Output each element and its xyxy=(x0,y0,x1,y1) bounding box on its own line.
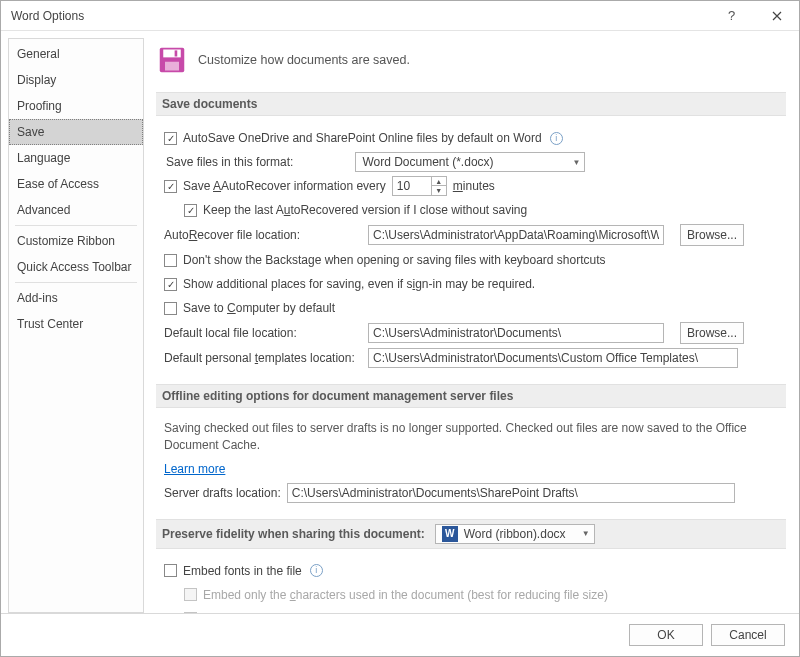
server-drafts-input[interactable] xyxy=(287,483,735,503)
titlebar: Word Options ? xyxy=(1,1,799,31)
section-preserve-title: Preserve fidelity when sharing this docu… xyxy=(156,519,786,549)
autorecover-browse-button[interactable]: Browse... xyxy=(680,224,744,246)
sidebar-item-display[interactable]: Display xyxy=(9,67,143,93)
save-format-dropdown[interactable]: Word Document (*.docx) ▼ xyxy=(355,152,585,172)
embed-fonts-checkbox[interactable] xyxy=(164,564,177,577)
default-local-browse-button[interactable]: Browse... xyxy=(680,322,744,344)
embed-only-chars-checkbox xyxy=(184,588,197,601)
help-button[interactable]: ? xyxy=(709,1,754,30)
embed-only-chars-label: Embed only the characters used in the do… xyxy=(203,588,608,602)
sidebar: General Display Proofing Save Language E… xyxy=(8,38,144,613)
section-offline-title: Offline editing options for document man… xyxy=(156,384,786,408)
sidebar-item-save[interactable]: Save xyxy=(9,119,143,145)
window-title: Word Options xyxy=(11,9,709,23)
sidebar-item-trust-center[interactable]: Trust Center xyxy=(9,311,143,337)
section-offline: Saving checked out files to server draft… xyxy=(156,408,786,513)
offline-description: Saving checked out files to server draft… xyxy=(164,420,782,455)
default-local-location-input[interactable] xyxy=(368,323,664,343)
default-local-location-label: Default local file location: xyxy=(164,326,362,340)
show-additional-places-checkbox[interactable]: ✓ xyxy=(164,278,177,291)
save-hero-icon xyxy=(158,46,186,74)
show-additional-places-label: Show additional places for saving, even … xyxy=(183,277,535,291)
save-format-value: Word Document (*.docx) xyxy=(362,155,493,169)
dont-show-backstage-checkbox[interactable] xyxy=(164,254,177,267)
hero-text: Customize how documents are saved. xyxy=(198,53,410,67)
hero: Customize how documents are saved. xyxy=(156,40,786,86)
sidebar-item-add-ins[interactable]: Add-ins xyxy=(9,285,143,311)
autorecover-minutes-value[interactable]: 10 xyxy=(392,176,432,196)
keep-last-autorecovered-label: Keep the last AutoRecovered version if I… xyxy=(203,203,527,217)
close-button[interactable] xyxy=(754,1,799,30)
svg-rect-2 xyxy=(175,50,178,56)
ok-button[interactable]: OK xyxy=(629,624,703,646)
autorecover-label: Save AAutoRecover information every xyxy=(183,179,386,193)
autosave-checkbox[interactable]: ✓ xyxy=(164,132,177,145)
sidebar-item-ease-of-access[interactable]: Ease of Access xyxy=(9,171,143,197)
autorecover-minutes-unit: mminutesinutes xyxy=(453,179,495,193)
sidebar-item-general[interactable]: General xyxy=(9,41,143,67)
learn-more-link[interactable]: Learn more xyxy=(164,462,225,476)
section-save-documents: ✓ AutoSave OneDrive and SharePoint Onlin… xyxy=(156,116,786,378)
sidebar-item-quick-access-toolbar[interactable]: Quick Access Toolbar xyxy=(9,254,143,280)
embed-fonts-label: Embed fonts in the file xyxy=(183,564,302,578)
info-icon[interactable]: i xyxy=(310,564,323,577)
chevron-down-icon: ▼ xyxy=(576,529,590,538)
sidebar-item-proofing[interactable]: Proofing xyxy=(9,93,143,119)
save-to-computer-label: Save to Computer by default xyxy=(183,301,335,315)
close-icon xyxy=(772,11,782,21)
autorecover-minutes-spinner[interactable]: 10 ▲▼ xyxy=(392,176,447,196)
word-file-icon: W xyxy=(442,526,458,542)
section-save-documents-title: Save documents xyxy=(156,92,786,116)
keep-last-autorecovered-checkbox[interactable]: ✓ xyxy=(184,204,197,217)
main-panel: Customize how documents are saved. Save … xyxy=(152,38,792,613)
info-icon[interactable]: i xyxy=(550,132,563,145)
sidebar-item-customize-ribbon[interactable]: Customize Ribbon xyxy=(9,228,143,254)
autorecover-location-input[interactable] xyxy=(368,225,664,245)
svg-rect-3 xyxy=(165,62,179,71)
server-drafts-label: Server drafts location: xyxy=(164,486,281,500)
section-preserve: Embed fonts in the file i Embed only the… xyxy=(156,549,786,613)
spinner-down-icon[interactable]: ▼ xyxy=(432,186,446,195)
sidebar-separator xyxy=(15,225,137,226)
svg-rect-1 xyxy=(163,50,181,58)
dont-show-backstage-label: Don't show the Backstage when opening or… xyxy=(183,253,606,267)
footer: OK Cancel xyxy=(1,613,799,656)
sidebar-separator xyxy=(15,282,137,283)
preserve-title-text: Preserve fidelity when sharing this docu… xyxy=(162,527,425,541)
autorecover-location-label: AutoRecover file location: xyxy=(164,228,362,242)
autorecover-checkbox[interactable]: ✓ xyxy=(164,180,177,193)
save-format-label: Save files in this format: xyxy=(166,155,293,169)
save-to-computer-checkbox[interactable] xyxy=(164,302,177,315)
preserve-document-value: Word (ribbon).docx xyxy=(464,527,566,541)
sidebar-item-advanced[interactable]: Advanced xyxy=(9,197,143,223)
sidebar-item-language[interactable]: Language xyxy=(9,145,143,171)
default-templates-location-label: Default personal templates location: xyxy=(164,351,362,365)
autosave-label: AutoSave OneDrive and SharePoint Online … xyxy=(183,131,542,145)
cancel-button[interactable]: Cancel xyxy=(711,624,785,646)
chevron-down-icon: ▼ xyxy=(566,158,580,167)
default-templates-location-input[interactable] xyxy=(368,348,738,368)
spinner-up-icon[interactable]: ▲ xyxy=(432,177,446,186)
word-options-window: Word Options ? General Display Proofing … xyxy=(0,0,800,657)
preserve-document-dropdown[interactable]: W Word (ribbon).docx ▼ xyxy=(435,524,595,544)
